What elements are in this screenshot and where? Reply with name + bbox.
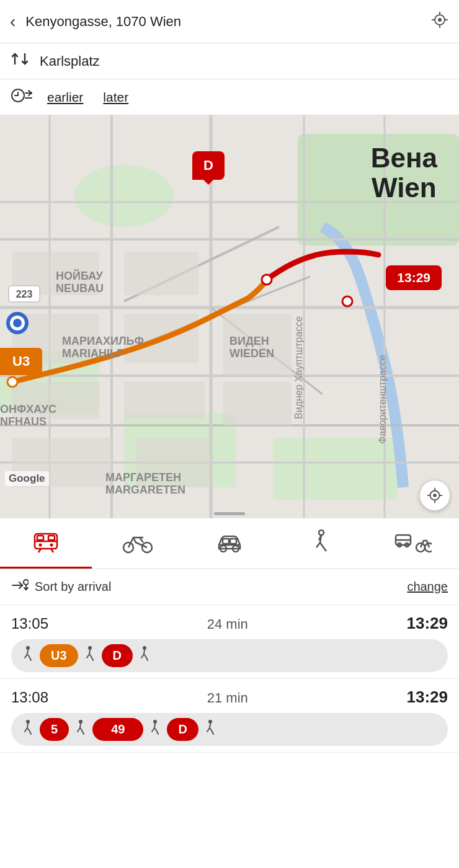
svg-point-83 — [319, 530, 324, 535]
svg-text:ВИДЕН: ВИДЕН — [230, 335, 269, 347]
back-button[interactable]: ‹ — [10, 12, 16, 32]
svg-rect-38 — [124, 382, 205, 419]
route-duration-2: 21 min — [207, 690, 248, 706]
map-badge-time: 13:29 — [386, 265, 442, 290]
walk-icon-5 — [73, 719, 89, 740]
svg-text:МАРГАРЕТЕН: МАРГАРЕТЕН — [105, 471, 181, 484]
swap-button[interactable] — [10, 49, 30, 73]
map-drag-handle — [214, 512, 245, 515]
map-city-label: Вена Wien — [371, 143, 437, 203]
route-times-2: 13:08 21 min 13:29 — [11, 688, 448, 707]
svg-text:MARIAHILF: MARIAHILF — [62, 347, 123, 360]
subheader: Karlsplatz — [0, 43, 459, 79]
route-row-2[interactable]: 13:08 21 min 13:29 5 49 D — [0, 679, 459, 753]
pill-d-1: D — [102, 644, 133, 667]
svg-point-41 — [7, 377, 17, 387]
svg-point-66 — [433, 494, 437, 497]
svg-text:223: 223 — [16, 289, 33, 299]
sort-label: Sort by arrival — [35, 580, 407, 594]
route-pills-1: U3 D — [11, 639, 448, 672]
route-depart-2: 13:08 — [11, 689, 48, 706]
walk-icon-6 — [147, 719, 163, 740]
route-times-1: 13:05 24 min 13:29 — [11, 614, 448, 633]
route-depart-1: 13:05 — [11, 615, 48, 632]
svg-rect-73 — [37, 536, 43, 540]
svg-text:NFHAUS: NFHAUS — [0, 415, 47, 428]
time-icon[interactable] — [10, 87, 32, 108]
walk-icon — [20, 645, 36, 666]
svg-text:Виднер Хауптштрассе: Виднер Хауптштрассе — [293, 316, 304, 419]
walk-icon-3 — [136, 645, 153, 666]
tab-car[interactable] — [184, 518, 275, 569]
tab-walk[interactable] — [275, 518, 367, 569]
svg-text:NEUBAU: NEUBAU — [56, 282, 104, 294]
svg-point-60 — [13, 319, 22, 327]
sort-bar: Sort by arrival change — [0, 569, 459, 605]
svg-text:WIEDEN: WIEDEN — [230, 347, 274, 360]
walk-icon-4 — [20, 719, 36, 740]
route-pills-2: 5 49 D — [11, 713, 448, 746]
svg-text:ОНФХАУС: ОНФХАУС — [0, 403, 56, 415]
svg-text:НОЙБАУ: НОЙБАУ — [56, 269, 104, 282]
later-button[interactable]: later — [98, 87, 133, 107]
tab-bike[interactable] — [92, 518, 184, 569]
earlier-button[interactable]: earlier — [42, 87, 88, 107]
svg-text:МАРИАХИЛЬФ: МАРИАХИЛЬФ — [62, 335, 144, 347]
svg-rect-82 — [230, 539, 236, 544]
map-attribution: Google — [5, 471, 49, 486]
walk-icon-7 — [202, 719, 218, 740]
pill-5: 5 — [40, 718, 69, 741]
svg-point-5 — [438, 18, 442, 22]
route-duration-1: 24 min — [207, 616, 248, 632]
header: ‹ Kenyongasse, 1070 Wien — [0, 0, 459, 43]
header-locate-icon[interactable] — [430, 11, 449, 33]
route-row-1[interactable]: 13:05 24 min 13:29 U3 D — [0, 605, 459, 679]
svg-rect-15 — [273, 438, 397, 500]
map-locate-button[interactable] — [419, 480, 450, 511]
transport-tabs — [0, 518, 459, 569]
map-container[interactable]: 223 НОЙБАУ NEUBAU МАРИАХИЛЬФ MARIAHILF В… — [0, 115, 459, 518]
map-badge-u3: U3 — [0, 348, 42, 375]
svg-point-71 — [39, 544, 42, 547]
pill-d-2: D — [167, 718, 198, 741]
svg-point-91 — [24, 580, 29, 585]
pill-49: 49 — [92, 718, 143, 741]
svg-rect-36 — [223, 382, 292, 425]
sort-change-button[interactable]: change — [407, 580, 448, 594]
time-navigation: earlier later — [0, 79, 459, 115]
svg-point-72 — [50, 544, 53, 547]
svg-point-42 — [262, 275, 272, 285]
svg-text:Фаворитенштрассе: Фаворитенштрассе — [377, 355, 388, 444]
map-badge-d: D — [192, 151, 225, 180]
pill-u3: U3 — [40, 644, 78, 667]
svg-rect-81 — [223, 539, 229, 544]
header-address: Kenyongasse, 1070 Wien — [25, 14, 430, 30]
tab-transit[interactable] — [0, 518, 92, 569]
tab-combined[interactable] — [367, 518, 459, 569]
svg-point-16 — [74, 165, 174, 227]
sort-icon — [11, 578, 29, 595]
walk-icon-2 — [82, 645, 98, 666]
route-arrive-1: 13:29 — [406, 614, 448, 633]
svg-rect-74 — [48, 536, 55, 540]
destination-label: Karlsplatz — [40, 53, 100, 69]
svg-rect-33 — [124, 252, 198, 295]
svg-point-43 — [342, 296, 352, 306]
svg-text:MARGARETEN: MARGARETEN — [105, 484, 185, 496]
route-arrive-2: 13:29 — [406, 688, 448, 707]
